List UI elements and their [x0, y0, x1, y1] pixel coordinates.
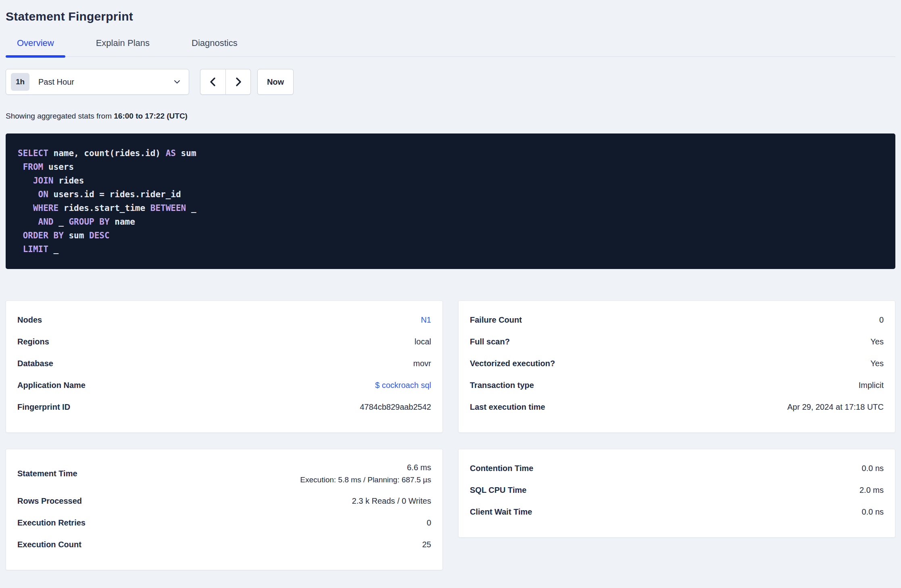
sql-line: SELECT name, count(rides.id) AS sum [18, 146, 883, 160]
contention-time-row: Contention Time 0.0 ns [459, 457, 895, 479]
vectorized-execution-row: Vectorized execution? Yes [459, 352, 895, 374]
statement-details-card: Nodes N1 Regions local Database movr App… [6, 300, 443, 433]
time-arrow-group [200, 69, 251, 95]
execution-attributes-card: Failure Count 0 Full scan? Yes Vectorize… [458, 300, 895, 433]
sql-cpu-time-label: SQL CPU Time [470, 486, 526, 495]
execution-count-label: Execution Count [17, 540, 81, 549]
sql-line: LIMIT _ [18, 242, 883, 256]
rows-processed-value: 2.3 k Reads / 0 Writes [352, 496, 431, 506]
tab-overview-label: Overview [17, 38, 54, 48]
caption-prefix: Showing aggregated stats from [6, 112, 114, 120]
sql-line: ORDER BY sum DESC [18, 229, 883, 242]
sql-line: ON users.id = rides.rider_id [18, 188, 883, 201]
database-label: Database [17, 359, 53, 368]
application-name-label: Application Name [17, 381, 86, 390]
failure-count-value: 0 [879, 315, 884, 325]
rows-processed-label: Rows Processed [17, 496, 82, 506]
contention-time-label: Contention Time [470, 464, 533, 473]
previous-time-button[interactable] [200, 69, 225, 95]
sql-line: WHERE rides.start_time BETWEEN _ [18, 201, 883, 215]
fingerprint-id-value: 4784cb829aab2542 [360, 402, 431, 412]
regions-row: Regions local [6, 331, 442, 352]
aggregated-stats-caption: Showing aggregated stats from 16:00 to 1… [6, 112, 895, 121]
client-wait-time-value: 0.0 ns [862, 507, 884, 517]
sql-cpu-time-value: 2.0 ms [859, 486, 884, 495]
tab-diagnostics[interactable]: Diagnostics [180, 38, 249, 56]
application-name-row: Application Name $ cockroach sql [6, 374, 442, 396]
sql-line: AND _ GROUP BY name [18, 215, 883, 229]
summary-cards: Nodes N1 Regions local Database movr App… [6, 300, 895, 570]
tab-explain-plans[interactable]: Explain Plans [85, 38, 161, 56]
statement-fingerprint-page: Statement Fingerprint Overview Explain P… [0, 0, 901, 570]
fingerprint-id-row: Fingerprint ID 4784cb829aab2542 [6, 396, 442, 418]
nodes-row: Nodes N1 [6, 309, 442, 331]
tab-diagnostics-label: Diagnostics [192, 38, 238, 48]
chevron-right-icon [234, 77, 242, 87]
tab-explain-plans-label: Explain Plans [96, 38, 150, 48]
rows-processed-row: Rows Processed 2.3 k Reads / 0 Writes [6, 490, 442, 512]
execution-count-row: Execution Count 25 [6, 534, 442, 555]
statement-time-value: 6.6 ms [407, 463, 431, 472]
nodes-label: Nodes [17, 315, 42, 325]
statement-timing-card: Statement Time 6.6 ms Execution: 5.8 ms … [6, 449, 443, 570]
caption-time-range: 16:00 to 17:22 (UTC) [114, 112, 188, 120]
failure-count-row: Failure Count 0 [459, 309, 895, 331]
statement-time-breakdown: Execution: 5.8 ms / Planning: 687.5 µs [300, 475, 431, 484]
time-range-dropdown[interactable]: 1h Past Hour [6, 69, 189, 95]
next-time-button[interactable] [225, 69, 251, 95]
time-controls: 1h Past Hour Now [6, 69, 895, 95]
time-range-label: Past Hour [38, 77, 173, 87]
nodes-link[interactable]: N1 [421, 315, 431, 325]
application-name-link[interactable]: $ cockroach sql [375, 381, 431, 390]
sql-line: JOIN rides [18, 174, 883, 188]
chevron-left-icon [209, 77, 217, 87]
transaction-type-row: Transaction type Implicit [459, 374, 895, 396]
fingerprint-id-label: Fingerprint ID [17, 402, 70, 412]
statement-time-row: Statement Time 6.6 ms Execution: 5.8 ms … [6, 457, 442, 490]
time-range-badge: 1h [11, 73, 29, 91]
regions-value: local [415, 337, 431, 346]
database-value: movr [413, 359, 431, 368]
transaction-type-label: Transaction type [470, 381, 534, 390]
statement-time-label: Statement Time [17, 469, 77, 478]
full-scan-label: Full scan? [470, 337, 510, 346]
vectorized-execution-label: Vectorized execution? [470, 359, 555, 368]
chevron-down-icon [173, 78, 181, 85]
execution-retries-value: 0 [427, 518, 431, 528]
vectorized-execution-value: Yes [870, 359, 884, 368]
now-button[interactable]: Now [257, 69, 294, 95]
last-execution-time-row: Last execution time Apr 29, 2024 at 17:1… [459, 396, 895, 418]
sql-statement-box: SELECT name, count(rides.id) AS sum FROM… [6, 133, 895, 269]
last-execution-time-label: Last execution time [470, 402, 545, 412]
execution-retries-label: Execution Retries [17, 518, 86, 528]
client-wait-time-label: Client Wait Time [470, 507, 532, 517]
failure-count-label: Failure Count [470, 315, 522, 325]
last-execution-time-value: Apr 29, 2024 at 17:18 UTC [787, 402, 884, 412]
wait-time-card: Contention Time 0.0 ns SQL CPU Time 2.0 … [458, 449, 895, 538]
sql-line: FROM users [18, 160, 883, 174]
execution-retries-row: Execution Retries 0 [6, 512, 442, 534]
page-title: Statement Fingerprint [6, 0, 895, 23]
contention-time-value: 0.0 ns [862, 464, 884, 473]
tab-overview[interactable]: Overview [6, 38, 65, 56]
tab-bar: Overview Explain Plans Diagnostics [6, 38, 895, 57]
client-wait-time-row: Client Wait Time 0.0 ns [459, 501, 895, 523]
full-scan-value: Yes [870, 337, 884, 346]
transaction-type-value: Implicit [859, 381, 884, 390]
execution-count-value: 25 [422, 540, 431, 549]
sql-cpu-time-row: SQL CPU Time 2.0 ms [459, 479, 895, 501]
full-scan-row: Full scan? Yes [459, 331, 895, 352]
database-row: Database movr [6, 352, 442, 374]
regions-label: Regions [17, 337, 49, 346]
